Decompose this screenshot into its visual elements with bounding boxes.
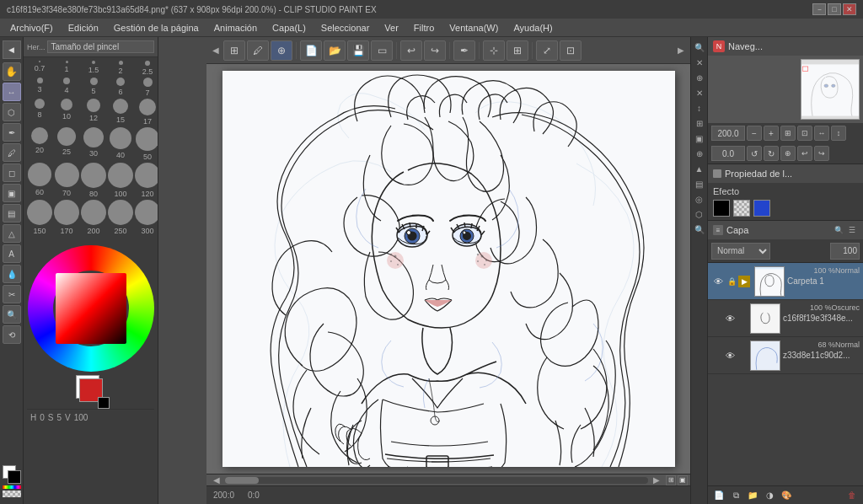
tool-brush[interactable]: 🖊 — [3, 143, 21, 162]
zoom-out-btn[interactable]: − — [747, 126, 762, 141]
menu-seleccionar[interactable]: Seleccionar — [314, 21, 376, 35]
menu-filtro[interactable]: Filtro — [407, 21, 441, 35]
layer-visibility-0[interactable]: 👁 — [711, 275, 725, 288]
zoom-fit-btn[interactable]: ⊞ — [780, 126, 796, 141]
brush-12[interactable]: 12 — [81, 99, 106, 126]
tb-grid2[interactable]: ⊞ — [507, 40, 528, 61]
brush-1[interactable]: 1 — [54, 61, 79, 76]
toolbar-collapse-left[interactable]: ◀ — [210, 40, 222, 61]
menu-archivo[interactable]: Archivo(F) — [3, 21, 60, 35]
brush-250[interactable]: 250 — [108, 200, 133, 235]
scroll-left-btn[interactable]: ◀ — [208, 475, 225, 486]
layer-search-icon[interactable]: 🔍 — [833, 224, 844, 236]
tb-undo[interactable]: ↩ — [400, 40, 422, 61]
brush-5[interactable]: 5 — [81, 78, 106, 97]
brush-17[interactable]: 17 — [135, 99, 158, 126]
right-icon-1[interactable]: ✕ — [693, 56, 706, 69]
tool-eyedrop[interactable]: 💧 — [3, 265, 21, 283]
navigator-thumbnail[interactable] — [801, 59, 860, 120]
canvas-nav-2[interactable]: ▣ — [678, 475, 688, 485]
layer-group-btn[interactable]: 📁 — [745, 488, 760, 503]
right-icon-8[interactable]: ▲ — [693, 162, 706, 175]
menu-ver[interactable]: Ver — [378, 21, 405, 35]
brush-300[interactable]: 300 — [135, 200, 158, 235]
right-icon-12[interactable]: 🔍 — [693, 223, 706, 236]
rotate-r2[interactable]: ↪ — [814, 146, 829, 161]
right-icon-11[interactable]: ⬡ — [693, 207, 706, 221]
tool-text[interactable]: A — [3, 244, 21, 263]
tool-lasso[interactable]: ⬡ — [3, 103, 21, 121]
tb-stabilizer[interactable]: ⊕ — [271, 40, 292, 61]
tool-gradient[interactable]: ▤ — [3, 204, 21, 223]
right-icon-2[interactable]: ⊕ — [693, 71, 706, 84]
tb-crop2[interactable]: ⊡ — [560, 40, 582, 61]
toolbar-arrow-left[interactable]: ◀ — [3, 40, 21, 59]
brush-0.7[interactable]: 0.7 — [27, 61, 52, 76]
brush-2.5[interactable]: 2.5 — [135, 61, 158, 76]
tb-open[interactable]: 📂 — [324, 40, 346, 61]
right-icon-3[interactable]: ✕ — [693, 86, 706, 99]
brush-15[interactable]: 15 — [108, 99, 133, 126]
blend-mode-select[interactable]: Normal Multiply Screen Overlay — [711, 243, 770, 260]
right-icon-10[interactable]: ◎ — [693, 192, 706, 206]
menu-gestion[interactable]: Gestión de la página — [107, 21, 206, 35]
tb-move[interactable]: ⤢ — [536, 40, 558, 61]
brush-170[interactable]: 170 — [54, 200, 79, 235]
layer-delete-btn[interactable]: 🗑 — [844, 488, 860, 503]
tool-hand[interactable]: ✋ — [3, 62, 21, 81]
brush-80[interactable]: 80 — [81, 163, 106, 198]
menu-ayuda[interactable]: Ayuda(H) — [507, 21, 559, 35]
right-icon-search[interactable]: 🔍 — [693, 40, 706, 54]
brush-30[interactable]: 30 — [81, 127, 106, 161]
angle-display[interactable]: 0.0 — [711, 146, 745, 161]
brush-40[interactable]: 40 — [108, 127, 133, 161]
rotate-cw-btn[interactable]: ↻ — [764, 146, 779, 161]
rotate-reset-btn[interactable]: ⊕ — [780, 146, 796, 161]
transparent-swatch[interactable] — [3, 491, 21, 497]
brush-3[interactable]: 3 — [27, 78, 52, 97]
layer-visibility-2[interactable]: 👁 — [723, 349, 737, 362]
right-icon-7[interactable]: ⊕ — [693, 147, 706, 160]
brush-150[interactable]: 150 — [27, 200, 52, 235]
layer-visibility-1[interactable]: 👁 — [723, 312, 737, 325]
opacity-display[interactable]: 100 — [830, 243, 860, 260]
tb-grid[interactable]: ⊞ — [223, 40, 245, 61]
rotate-r1[interactable]: ↩ — [797, 146, 812, 161]
menu-animacion[interactable]: Animación — [207, 21, 264, 35]
brush-120[interactable]: 120 — [135, 163, 158, 198]
right-icon-6[interactable]: ▣ — [693, 131, 706, 145]
brush-100[interactable]: 100 — [108, 163, 133, 198]
layer-copy-btn[interactable]: ⧉ — [728, 488, 743, 503]
tb-new[interactable]: 📄 — [300, 40, 322, 61]
layer-item-2[interactable]: 👁 68 %Normal z33d8e11c90d2... — [708, 337, 863, 374]
zoom-flip-v[interactable]: ↕ — [831, 126, 846, 141]
tb-redo[interactable]: ↪ — [424, 40, 446, 61]
layer-lock-0[interactable]: 🔒 — [727, 277, 736, 286]
brush-70[interactable]: 70 — [54, 163, 79, 198]
tool-zoom[interactable]: 🔍 — [3, 305, 21, 324]
right-icon-9[interactable]: ▤ — [693, 177, 706, 190]
background-swatch[interactable] — [8, 470, 21, 484]
menu-capa[interactable]: Capa(L) — [265, 21, 313, 35]
zoom-flip-h[interactable]: ↔ — [814, 126, 829, 141]
brush-6[interactable]: 6 — [108, 78, 133, 97]
effect-checker-swatch[interactable] — [733, 200, 750, 217]
brush-2[interactable]: 2 — [108, 61, 133, 76]
tool-pen[interactable]: ✒ — [3, 123, 21, 142]
tb-rect[interactable]: ▭ — [371, 40, 393, 61]
color-bar[interactable] — [3, 485, 21, 489]
layer-mask-btn[interactable]: ◑ — [762, 488, 777, 503]
layer-correction-btn[interactable]: 🎨 — [779, 488, 794, 503]
brush-25[interactable]: 25 — [54, 127, 79, 161]
layer-new-btn[interactable]: 📄 — [711, 488, 726, 503]
tb-save[interactable]: 💾 — [347, 40, 369, 61]
tool-crop[interactable]: ✂ — [3, 285, 21, 303]
tb-pen[interactable]: ✒ — [453, 40, 475, 61]
brush-60[interactable]: 60 — [27, 163, 52, 198]
tool-move[interactable]: ↔ — [3, 83, 21, 101]
tool-eraser[interactable]: ◻ — [3, 164, 21, 182]
minimize-button[interactable]: － — [812, 3, 826, 15]
close-button[interactable]: ✕ — [843, 3, 856, 15]
layer-options-icon[interactable]: ☰ — [846, 224, 858, 236]
brush-7[interactable]: 7 — [135, 78, 158, 97]
